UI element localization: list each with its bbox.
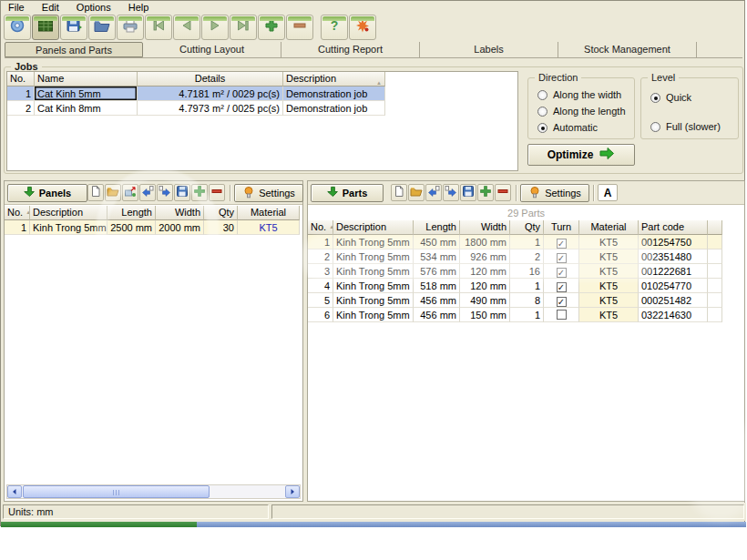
print-button[interactable] (117, 15, 144, 40)
parts-export-button[interactable] (443, 184, 459, 201)
table-cell[interactable]: 150 mm (460, 308, 510, 322)
table-cell[interactable] (708, 264, 722, 279)
table-cell[interactable]: ✓ (544, 279, 579, 293)
panels-copy-button[interactable] (122, 184, 138, 201)
menu-file[interactable]: File (1, 1, 32, 14)
radio-full-slower[interactable]: Full (slower) (650, 118, 738, 135)
tab-stock-management[interactable]: Stock Management (558, 42, 697, 57)
table-cell[interactable]: 120 mm (460, 279, 510, 293)
table-cell[interactable]: 456 mm (414, 308, 460, 322)
app-button[interactable] (4, 15, 31, 40)
table-cell[interactable]: 4.7181 m² / 0029 pc(s) (138, 87, 283, 101)
parts-import-button[interactable] (425, 184, 442, 201)
table-cell[interactable]: 534 mm (414, 249, 460, 264)
tab-cutting-layout[interactable]: Cutting Layout (143, 42, 281, 57)
table-cell[interactable]: KT5 (579, 293, 639, 308)
radio-automatic[interactable]: Automatic (537, 119, 634, 136)
scrollbar-track[interactable] (22, 485, 285, 498)
table-row[interactable]: 1Cat Kinh 5mm4.7181 m² / 0029 pc(s)Demon… (7, 87, 517, 101)
table-row[interactable]: 1Kinh Trong 5mm2500 mm2000 mm30KT5 (5, 220, 300, 235)
table-cell[interactable]: 002351480 (639, 249, 708, 264)
table-row[interactable]: 1Kinh Trong 5mm450 mm1800 mm1✓KT50012547… (308, 235, 722, 249)
radio-icon[interactable] (537, 107, 547, 117)
parts-save-button[interactable] (460, 184, 476, 201)
table-cell[interactable] (708, 308, 722, 322)
table-cell[interactable]: 518 mm (414, 279, 460, 293)
table-cell[interactable]: 000251482 (639, 293, 708, 308)
table-cell[interactable]: Kinh Trong 5mm (333, 235, 414, 249)
table-cell[interactable]: ✓ (544, 293, 579, 308)
table-cell[interactable]: Demonstration job (283, 101, 385, 116)
table-cell[interactable] (708, 235, 722, 249)
turn-checkbox[interactable]: ✓ (557, 297, 567, 307)
menu-help[interactable]: Help (121, 1, 157, 14)
radio-along-width[interactable]: Along the width (537, 87, 634, 103)
table-cell[interactable]: ✓ (544, 249, 579, 264)
table-cell[interactable]: 8 (510, 293, 544, 308)
table-cell[interactable]: 4 (308, 279, 333, 293)
column-header[interactable]: Description▲ (283, 72, 385, 87)
table-cell[interactable]: 1 (308, 235, 333, 249)
table-cell[interactable]: 30 (204, 220, 238, 235)
table-cell[interactable] (708, 293, 722, 308)
table-cell[interactable]: Kinh Trong 5mm (333, 293, 414, 308)
table-cell[interactable]: 2 (7, 101, 35, 116)
table-row[interactable]: 5Kinh Trong 5mm456 mm490 mm8✓KT500025148… (308, 293, 722, 308)
table-row[interactable]: 2Cat Kinh 8mm4.7973 m² / 0025 pc(s)Demon… (7, 101, 517, 116)
panels-save-button[interactable] (174, 184, 190, 201)
column-header[interactable]: Width (460, 220, 510, 235)
panels-add-button[interactable] (191, 184, 208, 201)
table-cell[interactable]: Kinh Trong 5mm (333, 279, 414, 293)
table-cell[interactable]: 2 (308, 249, 333, 264)
save-button[interactable] (60, 15, 87, 40)
panels-remove-button[interactable] (209, 184, 225, 201)
table-cell[interactable]: Kinh Trong 5mm (333, 308, 414, 322)
parts-new-button[interactable] (391, 184, 407, 201)
previous-record-button[interactable] (173, 15, 200, 40)
scroll-right-button[interactable] (285, 485, 300, 498)
table-cell[interactable]: 1 (510, 308, 544, 322)
table-cell[interactable]: KT5 (579, 235, 639, 249)
panels-new-button[interactable] (87, 184, 104, 201)
table-row[interactable]: 4Kinh Trong 5mm518 mm120 mm1✓KT501025477… (308, 279, 722, 293)
table-cell[interactable]: 1 (510, 279, 544, 293)
radio-icon[interactable] (650, 93, 660, 103)
tab-labels[interactable]: Labels (420, 42, 558, 57)
radio-icon[interactable] (537, 123, 547, 133)
table-cell[interactable]: Demonstration job (283, 87, 385, 101)
table-cell[interactable]: 032214630 (639, 308, 708, 322)
column-header[interactable]: Qty (510, 220, 544, 235)
table-cell[interactable]: 2 (510, 249, 544, 264)
table-cell[interactable]: KT5 (579, 279, 639, 293)
table-cell[interactable]: Kinh Trong 5mm (333, 249, 414, 264)
column-header[interactable]: Description (333, 220, 414, 235)
table-cell[interactable]: Cat Kinh 8mm (35, 101, 138, 116)
table-cell[interactable]: 1 (510, 235, 544, 249)
table-row[interactable]: 3Kinh Trong 5mm576 mm120 mm16✓KT50012226… (308, 264, 722, 279)
radio-quick[interactable]: Quick (650, 89, 738, 106)
turn-checkbox[interactable]: ✓ (557, 253, 567, 263)
table-cell[interactable]: 576 mm (414, 264, 460, 279)
scrollbar-thumb[interactable] (23, 485, 210, 498)
table-cell[interactable]: 010254770 (639, 279, 708, 293)
table-cell[interactable]: 450 mm (414, 235, 460, 249)
panels-horizontal-scrollbar[interactable] (6, 484, 301, 499)
table-row[interactable]: 6Kinh Trong 5mm456 mm150 mm1KT5032214630 (308, 308, 722, 322)
column-header[interactable]: Material (238, 206, 300, 220)
parts-open-button[interactable] (408, 184, 425, 201)
turn-checkbox[interactable] (557, 310, 567, 320)
remove-button[interactable] (286, 15, 313, 40)
parts-add-button[interactable] (477, 184, 494, 201)
parts-remove-button[interactable] (495, 184, 511, 201)
panels-import-button[interactable] (139, 184, 156, 201)
radio-icon[interactable] (537, 90, 547, 100)
tab-cutting-report[interactable]: Cutting Report (281, 42, 420, 57)
table-cell[interactable]: KT5 (579, 249, 639, 264)
table-cell[interactable]: Kinh Trong 5mm (333, 264, 414, 279)
column-header[interactable]: Turn (544, 220, 579, 235)
table-cell[interactable]: 3 (308, 264, 333, 279)
open-button[interactable] (88, 15, 116, 40)
table-cell[interactable]: 5 (308, 293, 333, 308)
table-cell[interactable] (708, 249, 722, 264)
table-cell[interactable]: ✓ (544, 264, 579, 279)
